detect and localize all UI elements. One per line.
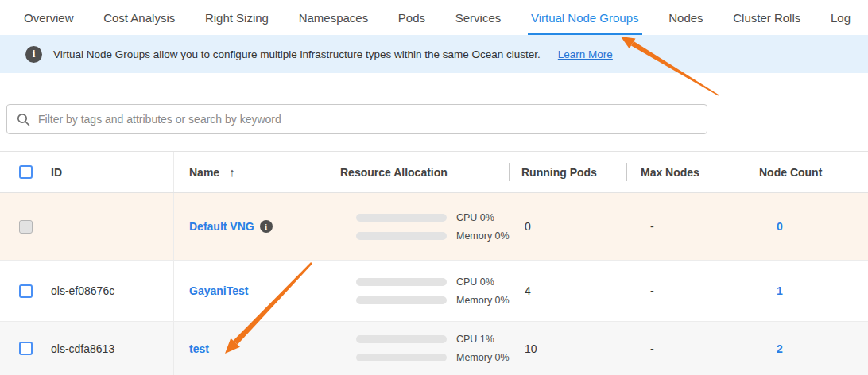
node-count-link[interactable]: 0 [777, 220, 783, 233]
cpu-usage-label: CPU 0% [456, 212, 494, 223]
tab-nodes[interactable]: Nodes [668, 0, 703, 35]
table-header-row: ID Name ↑ Resource Allocation Running Po… [0, 151, 868, 193]
sort-ascending-icon[interactable]: ↑ [229, 165, 235, 179]
memory-usage-label: Memory 0% [456, 295, 510, 306]
info-icon: i [25, 46, 42, 63]
tab-log[interactable]: Log [831, 0, 851, 35]
table-row-default-vng: Default VNG i CPU 0% Memory 0% [0, 193, 868, 261]
tab-cluster-rolls[interactable]: Cluster Rolls [733, 0, 800, 35]
vng-name-link[interactable]: Default VNG [189, 220, 254, 233]
cpu-usage-label: CPU 1% [456, 334, 494, 345]
header-name[interactable]: Name ↑ [173, 152, 327, 192]
vng-name-link[interactable]: GayaniTest [189, 284, 248, 297]
running-pods-value: 0 [509, 193, 626, 260]
search-icon [17, 113, 30, 126]
cpu-usage-bar [356, 278, 447, 286]
tab-virtual-node-groups[interactable]: Virtual Node Groups [531, 0, 639, 35]
cpu-usage-label: CPU 0% [456, 276, 494, 288]
row-checkbox-disabled [19, 220, 33, 234]
search-input[interactable] [38, 113, 697, 126]
row-id: ols-cdfa8613 [45, 322, 173, 375]
node-count-link[interactable]: 2 [777, 342, 783, 355]
header-max-nodes: Max Nodes [626, 152, 746, 192]
select-all-checkbox[interactable] [19, 165, 33, 179]
tab-namespaces[interactable]: Namespaces [299, 0, 369, 35]
memory-usage-label: Memory 0% [456, 352, 510, 363]
header-id: ID [45, 152, 173, 192]
resource-allocation-cell: CPU 0% Memory 0% [327, 193, 509, 260]
info-banner: i Virtual Node Groups allow you to confi… [0, 35, 868, 73]
tab-pods[interactable]: Pods [398, 0, 425, 35]
running-pods-value: 4 [509, 261, 626, 321]
max-nodes-value: - [626, 193, 746, 260]
row-id [45, 193, 173, 260]
memory-usage-bar [356, 232, 447, 240]
node-count-link[interactable]: 1 [777, 284, 783, 297]
header-node-count: Node Count [746, 152, 868, 192]
info-banner-text: Virtual Node Groups allow you to configu… [53, 48, 541, 60]
row-checkbox[interactable] [19, 342, 33, 355]
header-resource-allocation: Resource Allocation [327, 152, 509, 192]
tab-right-sizing[interactable]: Right Sizing [205, 0, 269, 35]
tab-overview[interactable]: Overview [24, 0, 74, 35]
memory-usage-bar [356, 296, 447, 304]
table-body: Default VNG i CPU 0% Memory 0% [0, 193, 868, 375]
vng-table: ID Name ↑ Resource Allocation Running Po… [0, 151, 868, 375]
row-id: ols-ef08676c [45, 261, 173, 321]
resource-allocation-cell: CPU 1% Memory 0% [327, 322, 509, 375]
tab-services[interactable]: Services [455, 0, 502, 35]
memory-usage-bar [356, 354, 447, 361]
running-pods-value: 10 [509, 322, 626, 375]
tab-cost-analysis[interactable]: Cost Analysis [103, 0, 175, 35]
table-row-gayanitest: ols-ef08676c GayaniTest CPU 0% Memory 0% [0, 261, 868, 322]
ocean-cluster-page: Overview Cost Analysis Right Sizing Name… [0, 0, 868, 375]
cpu-usage-bar [356, 214, 447, 222]
learn-more-link[interactable]: Learn More [558, 48, 613, 60]
default-vng-info-icon[interactable]: i [260, 220, 273, 233]
max-nodes-value: - [626, 322, 746, 375]
header-running-pods: Running Pods [509, 152, 626, 192]
header-name-label: Name [189, 166, 219, 179]
max-nodes-value: - [626, 261, 746, 321]
filter-search-box[interactable] [6, 104, 707, 134]
memory-usage-label: Memory 0% [456, 230, 510, 242]
vng-name-link[interactable]: test [189, 342, 209, 355]
cluster-tab-bar: Overview Cost Analysis Right Sizing Name… [0, 0, 868, 35]
resource-allocation-cell: CPU 0% Memory 0% [327, 261, 509, 321]
row-checkbox[interactable] [19, 284, 33, 298]
cpu-usage-bar [356, 335, 447, 343]
table-row-test: ols-cdfa8613 test CPU 1% Memory 0% [0, 322, 868, 375]
